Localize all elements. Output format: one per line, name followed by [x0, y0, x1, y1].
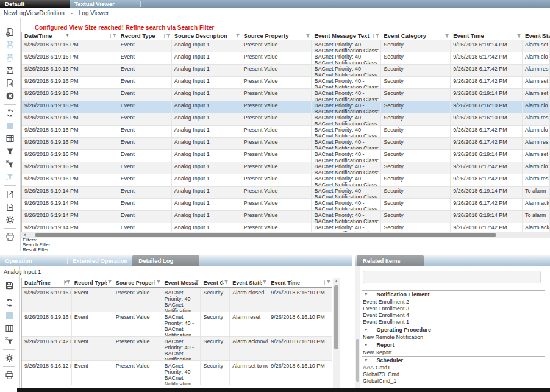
- detail-scrollbar-thumb[interactable]: [334, 285, 338, 349]
- table-row[interactable]: 9/26/2018 6:19:16 PMEventAnalog Input 1P…: [22, 89, 550, 101]
- collapse-triangle-icon[interactable]: ▼: [364, 341, 368, 349]
- column-filter-icon[interactable]: [515, 34, 521, 38]
- settings-icon[interactable]: [3, 213, 16, 226]
- table-row[interactable]: 9/26/2018 6:19:14 PMEventAnalog Input 1P…: [22, 223, 550, 232]
- related-group-header[interactable]: ▼Operating Procedure: [362, 326, 545, 334]
- related-group-header[interactable]: ▼Scheduler: [362, 356, 545, 365]
- breadcrumb-definition[interactable]: NewLogViewDefinition: [4, 10, 65, 16]
- detail-vertical-scrollbar[interactable]: ▲: [333, 278, 340, 388]
- column-header-record-type[interactable]: Record Type: [118, 32, 172, 40]
- related-scrollbar-thumb[interactable]: [356, 339, 359, 382]
- refresh-icon[interactable]: [3, 107, 16, 119]
- table-row[interactable]: 9/26/2018 6:19:16 PMEventAnalog Input 1P…: [22, 77, 550, 89]
- column-header-source-propert[interactable]: Source Propert: [113, 278, 162, 287]
- filter-icon[interactable]: [3, 145, 16, 158]
- settings-icon[interactable]: [2, 352, 16, 365]
- column-filter-icon[interactable]: [324, 280, 331, 285]
- refresh-icon[interactable]: [2, 296, 16, 309]
- column-filter-icon[interactable]: [234, 34, 240, 38]
- table-row[interactable]: 9/26/2018 6:19:16 PMEventPresent ValueBA…: [22, 288, 332, 312]
- table-row[interactable]: 9/26/2018 6:19:16 PMEventAnalog Input 1P…: [22, 174, 550, 187]
- column-header-date-time[interactable]: Date/Time▼: [22, 278, 72, 287]
- tab-default[interactable]: Default: [0, 0, 70, 8]
- table-row[interactable]: 9/26/2018 6:19:16 PMEventPresent ValueBA…: [22, 312, 332, 337]
- column-header-source-description[interactable]: Source Description: [172, 32, 241, 40]
- tab-extended-operation[interactable]: Extended Operation: [68, 255, 132, 266]
- tab-related-items[interactable]: Related Items: [357, 255, 424, 266]
- scroll-up-arrow[interactable]: ▲: [333, 278, 340, 284]
- column-filter-icon[interactable]: [260, 280, 267, 285]
- column-filter-icon[interactable]: [164, 34, 171, 38]
- collapse-triangle-icon[interactable]: ▼: [364, 357, 368, 364]
- table-row[interactable]: 9/26/2018 6:19:16 PMEventAnalog Input 1P…: [22, 101, 550, 113]
- table-row[interactable]: 9/26/2018 6:19:14 PMEventAnalog Input 1P…: [22, 187, 550, 199]
- save-definition-icon[interactable]: [3, 64, 16, 77]
- table-row[interactable]: 9/26/2018 6:19:16 PMEventAnalog Input 1P…: [22, 150, 550, 162]
- import-file-icon[interactable]: [3, 201, 16, 213]
- horizontal-scrollbar[interactable]: ◄: [21, 232, 550, 238]
- related-item[interactable]: Event Enrollment 3: [362, 305, 545, 312]
- tab-operation[interactable]: Operation: [0, 255, 67, 266]
- related-items-scrollbar[interactable]: [355, 266, 360, 388]
- collapse-triangle-icon[interactable]: ▼: [364, 326, 368, 333]
- print-icon[interactable]: [3, 230, 16, 243]
- grid-view-icon[interactable]: [2, 322, 16, 335]
- related-item[interactable]: Event Enrollment 2: [362, 299, 545, 305]
- tab-textual-viewer[interactable]: Textual Viewer: [70, 0, 140, 8]
- clear-filter-icon[interactable]: [3, 158, 16, 171]
- export-file-icon[interactable]: [3, 188, 16, 201]
- related-item[interactable]: New Report: [362, 349, 545, 356]
- grid-view-icon[interactable]: [3, 132, 16, 145]
- related-item[interactable]: Event Enrollment 1: [362, 319, 545, 326]
- clear-filter-icon[interactable]: [2, 335, 16, 347]
- related-item[interactable]: GlobalCmd_1: [362, 378, 545, 385]
- column-header-event-time[interactable]: Event Time: [451, 32, 523, 40]
- delete-icon[interactable]: [3, 90, 16, 102]
- column-filter-icon[interactable]: [443, 34, 449, 38]
- print-icon[interactable]: [2, 369, 16, 382]
- table-row[interactable]: 9/26/2018 6:19:16 PMEventAnalog Input 1P…: [22, 65, 550, 77]
- column-filter-icon[interactable]: [193, 280, 199, 285]
- related-item[interactable]: Global73_Cmd: [362, 371, 545, 378]
- table-row[interactable]: 9/26/2018 6:19:16 PMEventAnalog Input 1P…: [22, 162, 550, 174]
- table-row[interactable]: 9/26/2018 6:16:12 PMEventPresent ValueBA…: [22, 361, 332, 385]
- table-row[interactable]: 9/26/2018 6:19:16 PMEventAnalog Input 1P…: [22, 126, 550, 138]
- related-group-header[interactable]: ▼Report: [362, 341, 545, 349]
- table-row[interactable]: 9/26/2018 6:19:14 PMEventAnalog Input 1P…: [22, 211, 550, 223]
- related-group-header[interactable]: ▼Notification Element: [362, 290, 545, 299]
- table-row[interactable]: 9/26/2018 6:19:14 PMEventAnalog Input 1P…: [22, 199, 550, 211]
- column-filter-icon[interactable]: [64, 280, 71, 285]
- column-filter-icon[interactable]: [373, 34, 380, 38]
- table-row[interactable]: 9/26/2018 6:19:16 PMEventAnalog Input 1P…: [22, 113, 550, 126]
- column-header-event-state[interactable]: Event State: [523, 32, 550, 40]
- column-header-event-c[interactable]: Event C: [201, 278, 230, 287]
- column-header-event-messa[interactable]: Event Messa: [162, 278, 201, 287]
- column-filter-icon[interactable]: [154, 280, 161, 285]
- column-filter-icon[interactable]: [304, 34, 310, 38]
- related-item[interactable]: AAA-Cmd1: [362, 365, 545, 371]
- table-row[interactable]: 9/26/2018 6:19:16 PMEventAnalog Input 1P…: [22, 52, 550, 65]
- column-header-date-time[interactable]: Date/Time▼: [22, 32, 118, 40]
- column-filter-icon[interactable]: [222, 280, 229, 285]
- column-filter-icon[interactable]: [105, 280, 112, 285]
- column-header-event-time[interactable]: Event Time: [268, 278, 332, 287]
- collapse-triangle-icon[interactable]: ▼: [364, 291, 368, 298]
- new-definition-icon[interactable]: [3, 26, 16, 38]
- save-icon[interactable]: [2, 279, 16, 292]
- column-filter-icon[interactable]: [110, 34, 117, 38]
- table-row[interactable]: 9/26/2018 6:17:42 PMEventPresent ValueBA…: [22, 337, 332, 361]
- related-item[interactable]: Event Enrollment 4: [362, 312, 545, 319]
- column-header-record-type[interactable]: Record Type: [72, 278, 113, 287]
- related-item[interactable]: New Remote Notification: [362, 334, 545, 341]
- column-header-source-property[interactable]: Source Property: [241, 32, 312, 40]
- column-header-event-state[interactable]: Event State: [230, 278, 268, 287]
- horizontal-scrollbar-thumb[interactable]: [35, 233, 496, 237]
- export-log-icon[interactable]: [3, 77, 16, 90]
- breadcrumb-log-viewer[interactable]: Log Viewer: [79, 10, 109, 16]
- column-header-event-category[interactable]: Event Category: [381, 32, 451, 40]
- column-filter-icon[interactable]: [542, 34, 549, 38]
- table-row[interactable]: 9/26/2018 6:19:16 PMEventAnalog Input 1P…: [22, 138, 550, 150]
- column-header-event-message-text[interactable]: Event Message Text: [312, 32, 381, 40]
- tab-detailed-log[interactable]: Detailed Log: [132, 255, 199, 266]
- table-row[interactable]: 9/26/2018 6:19:16 PMEventAnalog Input 1P…: [22, 40, 550, 52]
